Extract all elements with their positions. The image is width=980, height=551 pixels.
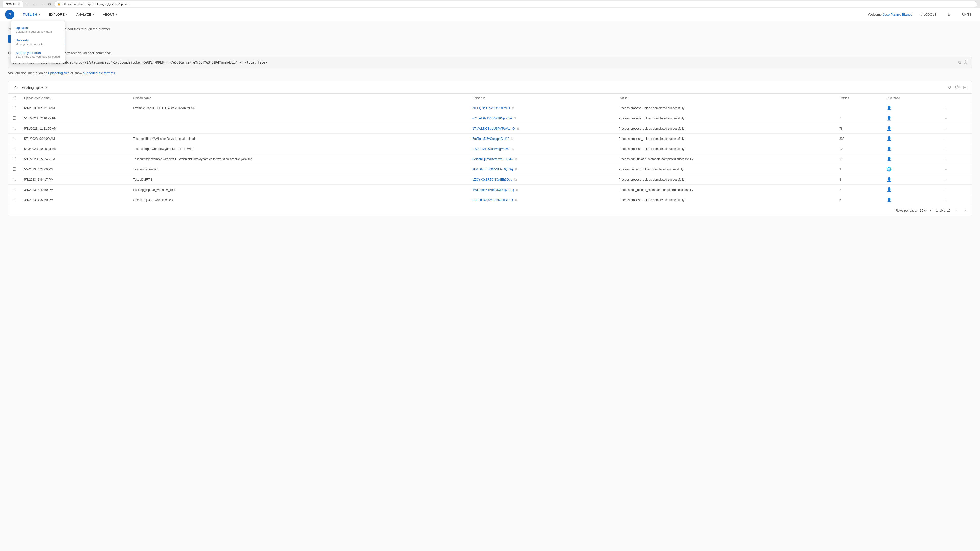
row-upload-id-9: PlJ8ud0WQWe-AnKJHfBTFQ ⧉ — [468, 195, 614, 205]
upload-id-link-4[interactable]: l1SiZPqJTOCcr1w4gYaawA — [473, 147, 510, 151]
uploads-header-actions: ↻ </> ⊞ — [948, 85, 966, 90]
nav-item-about[interactable]: ABOUT ▼ — [99, 11, 121, 18]
new-tab-button[interactable]: + — [24, 1, 30, 7]
row-status-6: Process publish_upload completed success… — [614, 164, 835, 175]
row-checkbox-3[interactable] — [13, 137, 16, 140]
logo[interactable]: N — [5, 10, 14, 19]
row-arrow-1[interactable]: → — [940, 113, 972, 124]
nav-item-publish[interactable]: PUBLISH ▼ — [19, 11, 45, 18]
copy-command-icon[interactable]: ⧉ — [958, 60, 961, 65]
row-arrow-7[interactable]: → — [940, 175, 972, 185]
row-arrow-icon-2[interactable]: → — [944, 127, 948, 130]
prev-page-button[interactable]: ‹ — [955, 208, 959, 213]
welcome-user-link[interactable]: Jose Pizarro Blanco — [883, 13, 912, 16]
row-name-6: Test silicon exciting — [129, 164, 468, 175]
row-status-4: Process process_upload completed success… — [614, 144, 835, 154]
grid-icon[interactable]: ⊞ — [963, 85, 966, 90]
row-checkbox-5[interactable] — [13, 157, 16, 160]
row-arrow-icon-1[interactable]: → — [944, 116, 948, 121]
row-arrow-8[interactable]: → — [940, 185, 972, 195]
row-arrow-3[interactable]: → — [940, 134, 972, 144]
row-checkbox-9[interactable] — [13, 198, 16, 201]
row-arrow-icon-7[interactable]: → — [944, 178, 948, 182]
next-page-button[interactable]: › — [963, 208, 967, 213]
row-checkbox-0[interactable] — [13, 106, 16, 110]
row-entries-4: 12 — [835, 144, 883, 154]
info-icon[interactable]: ⓘ — [964, 60, 967, 65]
row-arrow-icon-4[interactable]: → — [944, 147, 948, 151]
select-all-checkbox[interactable] — [13, 96, 16, 100]
row-arrow-2[interactable]: → — [940, 124, 972, 134]
row-arrow-icon-8[interactable]: → — [944, 188, 948, 192]
copy-id-icon-7[interactable]: ⧉ — [514, 178, 517, 181]
row-name-3: Test modified YAMLs for Deyu Lu et al up… — [129, 134, 468, 144]
copy-id-icon-6[interactable]: ⧉ — [515, 167, 517, 171]
dropdown-item-uploads[interactable]: Uploads Upload and publish new data — [11, 23, 65, 36]
dropdown-item-search-data[interactable]: Search your data Search the data you hav… — [11, 48, 65, 61]
upload-id-link-9[interactable]: PlJ8ud0WQWe-AnKJHfBTFQ — [473, 198, 513, 202]
supported-formats-link[interactable]: supported file formats — [83, 71, 115, 75]
logout-button[interactable]: ⎋ LOGOUT — [916, 11, 940, 18]
code-icon[interactable]: </> — [954, 85, 960, 90]
row-upload-id-4: l1SiZPqJTOCcr1w4gYaawA ⧉ — [468, 144, 614, 154]
copy-id-icon-8[interactable]: ⧉ — [516, 188, 518, 192]
upload-id-link-2[interactable]: 17luWkZlQBuUUSPVPqM1mQ — [473, 127, 515, 130]
row-checkbox-7[interactable] — [13, 178, 16, 181]
row-arrow-4[interactable]: → — [940, 144, 972, 154]
address-bar[interactable]: 🔒 https://nomad-lab.eu/prod/v1/staging/g… — [54, 1, 977, 7]
row-arrow-0[interactable]: → — [940, 103, 972, 113]
dropdown-item-datasets[interactable]: Datasets Manage your datasets — [11, 36, 65, 48]
upload-id-link-5[interactable]: 8AlaznOjQWiBvwuvMPHLMw — [473, 157, 513, 161]
row-arrow-icon-9[interactable]: → — [944, 198, 948, 202]
forward-button[interactable]: → — [39, 2, 45, 6]
copy-id-icon-2[interactable]: ⧉ — [517, 127, 519, 130]
welcome-text: Welcome Jose Pizarro Blanco — [868, 13, 912, 16]
browser-tab-nomad[interactable]: NOMAD ✕ — [3, 1, 23, 7]
row-arrow-icon-6[interactable]: → — [944, 167, 948, 171]
row-arrow-5[interactable]: → — [940, 154, 972, 164]
uploads-tbody: 6/1/2023, 10:17:18 AM Example Part II – … — [8, 103, 972, 205]
published-icon-person: 👤 — [886, 198, 892, 202]
copy-id-icon-5[interactable]: ⧉ — [515, 157, 517, 161]
sort-create-time-icon[interactable]: ↓ — [51, 97, 52, 100]
row-name-7: Test eDMFT 1 — [129, 175, 468, 185]
rows-per-page-select[interactable]: 10 25 50 — [919, 209, 928, 213]
upload-id-link-1[interactable]: -oY_AU6aTVKVW36NjzXBiA — [473, 117, 512, 120]
nav-item-explore[interactable]: EXPLORE ▼ — [45, 11, 72, 18]
lock-icon: 🔒 — [57, 2, 61, 6]
nav-item-analyze[interactable]: ANALYZE ▼ — [73, 11, 98, 18]
copy-id-icon-0[interactable]: ⧉ — [512, 106, 514, 110]
copy-id-icon-4[interactable]: ⧉ — [512, 147, 514, 151]
row-arrow-6[interactable]: → — [940, 164, 972, 175]
row-arrow-icon-0[interactable]: → — [944, 106, 948, 110]
upload-id-link-7[interactable]: pZCYyOcZR5CNXpjiEh9Opg — [473, 178, 512, 181]
dropdown-datasets-title: Datasets — [16, 38, 60, 42]
refresh-icon[interactable]: ↻ — [948, 85, 951, 90]
copy-id-icon-3[interactable]: ⧉ — [511, 137, 514, 141]
reload-button[interactable]: ↻ — [47, 2, 52, 6]
upload-id-link-3[interactable]: ZmRojrMJ5vGoxdphCii41A — [473, 137, 509, 141]
upload-id-link-0[interactable]: ZlG0QQtHTbic59zPIsFYkQ — [473, 106, 510, 110]
upload-id-link-8[interactable]: TWBKmeXT5o5fMXI9eqZuEQ — [473, 188, 514, 192]
back-button[interactable]: ← — [32, 2, 37, 6]
row-checkbox-2[interactable] — [13, 127, 16, 130]
row-checkbox-8[interactable] — [13, 188, 16, 191]
uploading-files-link[interactable]: uploading files — [48, 71, 69, 75]
upload-id-link-6[interactable]: 9FVTPztzTdGNVSEbc4QbXg — [473, 168, 513, 171]
row-checkbox-1[interactable] — [13, 116, 16, 120]
row-checkbox-6[interactable] — [13, 167, 16, 171]
row-arrow-9[interactable]: → — [940, 195, 972, 205]
row-checkbox-cell — [8, 195, 20, 205]
table-row: 5/23/2023, 10:25:31 AM Test example work… — [8, 144, 972, 154]
tab-close-icon[interactable]: ✕ — [18, 3, 20, 6]
row-checkbox-4[interactable] — [13, 147, 16, 150]
logo-text: N — [7, 11, 13, 17]
copy-id-icon-9[interactable]: ⧉ — [515, 198, 517, 202]
row-arrow-icon-5[interactable]: → — [944, 157, 948, 161]
gear-button[interactable]: ⚙ — [944, 11, 955, 18]
units-button[interactable]: UNITS — [959, 11, 975, 18]
logout-label: LOGOUT — [923, 13, 936, 16]
row-arrow-icon-3[interactable]: → — [944, 137, 948, 141]
copy-id-icon-1[interactable]: ⧉ — [514, 116, 516, 120]
row-date-2: 5/31/2023, 11:11:55 AM — [20, 124, 129, 134]
